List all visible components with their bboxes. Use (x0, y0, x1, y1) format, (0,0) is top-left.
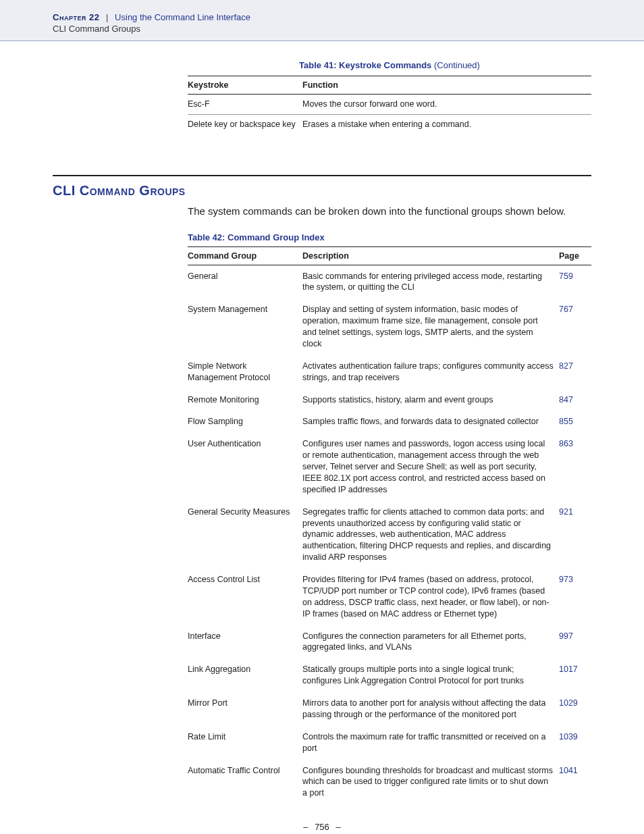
page-link[interactable]: 1041 (559, 766, 578, 775)
table-42-header-desc: Description (302, 246, 559, 265)
cell-command-group: Flow Sampling (188, 411, 302, 433)
section-rule (53, 175, 591, 176)
section-title: CLI Command Groups (53, 183, 591, 199)
table-row: Flow SamplingSamples traffic flows, and … (188, 411, 591, 433)
table-41-header-function: Function (302, 76, 591, 95)
cell-command-group: Automatic Traffic Control (188, 760, 302, 805)
page-link[interactable]: 1029 (559, 698, 578, 708)
cell-description: Mirrors data to another port for analysi… (302, 692, 559, 726)
cell-function: Moves the cursor forward one word. (302, 95, 591, 115)
page-header: Chapter 22 | Using the Command Line Inte… (0, 0, 644, 41)
cell-command-group: Mirror Port (188, 692, 302, 726)
cell-command-group: General Security Measures (188, 501, 302, 569)
page-link[interactable]: 1017 (559, 664, 578, 674)
cell-description: Controls the maximum rate for traffic tr… (302, 726, 559, 760)
table-row: Remote MonitoringSupports statistics, hi… (188, 389, 591, 411)
cell-command-group: Link Aggregation (188, 658, 302, 692)
cell-description: Configures user names and passwords, log… (302, 433, 559, 500)
table-row: Automatic Traffic ControlConfigures boun… (188, 760, 591, 805)
header-separator: | (106, 12, 108, 22)
table-row: Delete key or backspace key Erases a mis… (188, 114, 591, 134)
table-row: Link AggregationStatically groups multip… (188, 658, 591, 692)
cell-description: Configures the connection parameters for… (302, 625, 559, 659)
cell-keystroke: Delete key or backspace key (188, 114, 302, 134)
table-row: Mirror PortMirrors data to another port … (188, 692, 591, 726)
table-row: General Security MeasuresSegregates traf… (188, 501, 591, 569)
cell-description: Samples traffic flows, and forwards data… (302, 411, 559, 433)
cell-description: Supports statistics, history, alarm and … (302, 389, 559, 411)
page-link[interactable]: 997 (559, 631, 573, 641)
cell-page: 1041 (559, 760, 591, 805)
table-41-caption-main: Table 41: Keystroke Commands (299, 60, 431, 70)
table-42-caption: Table 42: Command Group Index (188, 232, 591, 242)
page-link[interactable]: 863 (559, 439, 573, 448)
chapter-label: Chapter 22 (53, 12, 99, 22)
cell-page: 863 (559, 433, 591, 500)
table-42: Command Group Description Page GeneralBa… (188, 246, 591, 805)
cell-description: Configures bounding thresholds for broad… (302, 760, 559, 805)
page-link[interactable]: 921 (559, 507, 573, 517)
footer-dash-left: – (303, 822, 308, 832)
cell-description: Segregates traffic for clients attached … (302, 501, 559, 569)
header-subhead: CLI Command Groups (53, 24, 644, 34)
table-42-block: Table 42: Command Group Index Command Gr… (188, 232, 591, 805)
cell-command-group: Rate Limit (188, 726, 302, 760)
table-row: Esc-F Moves the cursor forward one word. (188, 95, 591, 115)
cell-page: 847 (559, 389, 591, 411)
table-41-header-keystroke: Keystroke (188, 76, 302, 95)
cell-command-group: Remote Monitoring (188, 389, 302, 411)
cell-description: Provides filtering for IPv4 frames (base… (302, 569, 559, 625)
page-footer: – 756 – (53, 822, 591, 834)
section-body: The system commands can be broken down i… (188, 204, 591, 219)
table-row: GeneralBasic commands for entering privi… (188, 265, 591, 298)
table-row: User AuthenticationConfigures user names… (188, 433, 591, 500)
page-link[interactable]: 847 (559, 395, 573, 405)
cell-description: Activates authentication failure traps; … (302, 355, 559, 389)
header-line-1: Chapter 22 | Using the Command Line Inte… (53, 12, 644, 22)
cell-page: 973 (559, 569, 591, 625)
cell-keystroke: Esc-F (188, 95, 302, 115)
cell-description: Statically groups multiple ports into a … (302, 658, 559, 692)
page-link[interactable]: 759 (559, 271, 573, 281)
cell-page: 1039 (559, 726, 591, 760)
table-42-header-page: Page (559, 246, 591, 265)
cell-description: Basic commands for entering privileged a… (302, 265, 559, 298)
table-41: Keystroke Function Esc-F Moves the curso… (188, 76, 591, 134)
table-row: Access Control ListProvides filtering fo… (188, 569, 591, 625)
cell-page: 827 (559, 355, 591, 389)
cell-command-group: General (188, 265, 302, 298)
cell-command-group: Simple Network Management Protocol (188, 355, 302, 389)
cell-function: Erases a mistake when entering a command… (302, 114, 591, 134)
footer-page-number: 756 (315, 822, 329, 832)
chapter-title: Using the Command Line Interface (115, 12, 250, 22)
cell-page: 921 (559, 501, 591, 569)
page-link[interactable]: 827 (559, 361, 573, 371)
table-row: Rate LimitControls the maximum rate for … (188, 726, 591, 760)
table-row: InterfaceConfigures the connection param… (188, 625, 591, 659)
table-42-header-group: Command Group (188, 246, 302, 265)
cell-command-group: System Management (188, 298, 302, 355)
page-link[interactable]: 973 (559, 575, 573, 584)
table-41-block: Table 41: Keystroke Commands (Continued)… (188, 60, 591, 134)
cell-command-group: Access Control List (188, 569, 302, 625)
cell-page: 1029 (559, 692, 591, 726)
table-row: System ManagementDisplay and setting of … (188, 298, 591, 355)
cell-page: 759 (559, 265, 591, 298)
cell-command-group: Interface (188, 625, 302, 659)
cell-command-group: User Authentication (188, 433, 302, 500)
cell-page: 855 (559, 411, 591, 433)
page-link[interactable]: 855 (559, 417, 573, 426)
table-row: Simple Network Management ProtocolActiva… (188, 355, 591, 389)
cell-page: 1017 (559, 658, 591, 692)
cell-description: Display and setting of system informatio… (302, 298, 559, 355)
table-41-caption-cont: (Continued) (431, 60, 480, 70)
footer-dash-right: – (336, 822, 340, 832)
cell-page: 767 (559, 298, 591, 355)
page-link[interactable]: 767 (559, 305, 573, 314)
page-link[interactable]: 1039 (559, 732, 578, 741)
table-41-caption: Table 41: Keystroke Commands (Continued) (188, 60, 591, 70)
cell-page: 997 (559, 625, 591, 659)
